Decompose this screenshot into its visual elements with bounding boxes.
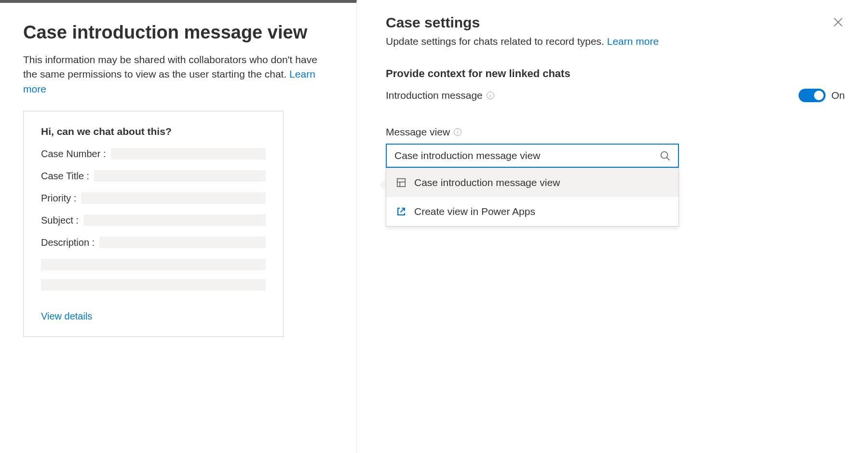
field-skeleton [111,148,266,160]
dropdown-item-create-view[interactable]: Create view in Power Apps [386,197,678,226]
dropdown-item-label: Create view in Power Apps [414,206,535,217]
toggle-state-label: On [831,90,845,101]
right-panel-subtitle: Update settings for chats related to rec… [386,36,845,47]
field-skeleton [41,279,266,291]
combobox-value: Case introduction message view [394,150,540,161]
dropdown-pointer [379,178,386,192]
right-subtitle-text: Update settings for chats related to rec… [386,36,604,47]
field-label-description: Description : [41,237,95,248]
section-heading-context: Provide context for new linked chats [386,67,845,80]
svg-point-2 [661,152,668,159]
field-row-priority: Priority : [41,192,266,204]
message-preview-card: Hi, can we chat about this? Case Number … [23,111,284,337]
svg-line-7 [401,208,405,212]
dropdown-item-case-intro-view[interactable]: Case introduction message view [386,168,678,197]
view-icon [396,177,407,188]
message-view-combobox-wrap: Case introduction message view Case [386,144,679,168]
message-view-combobox[interactable]: Case introduction message view [386,144,679,168]
field-skeleton [41,259,266,270]
field-label-priority: Priority : [41,193,76,204]
learn-more-link-right[interactable]: Learn more [607,36,659,47]
left-panel-description: This information may be shared with coll… [23,53,333,96]
intro-message-toggle[interactable] [799,89,826,102]
field-row-description: Description : [41,237,266,248]
preview-heading: Hi, can we chat about this? [41,126,266,137]
field-row-case-number: Case Number : [41,148,266,160]
field-skeleton [81,192,266,204]
field-row-subject: Subject : [41,214,266,226]
left-desc-text: This information may be shared with coll… [23,54,317,80]
field-label-case-title: Case Title : [41,171,89,182]
right-panel-title: Case settings [386,14,845,31]
svg-line-3 [667,158,670,160]
field-label-subject: Subject : [41,215,79,226]
introduction-message-row: Introduction message i On [386,89,845,102]
close-icon [833,17,843,27]
toggle-wrapper: On [799,89,845,102]
field-skeleton [83,214,266,226]
info-icon[interactable]: i [487,92,494,99]
search-icon [660,150,670,161]
open-external-icon [396,206,407,217]
view-details-link[interactable]: View details [41,311,92,322]
field-row-case-title: Case Title : [41,170,266,182]
introduction-message-label: Introduction message i [386,90,494,101]
right-panel: Case settings Update settings for chats … [357,0,868,453]
info-icon[interactable]: i [454,128,461,136]
left-panel-title: Case introduction message view [23,22,333,43]
message-view-dropdown: Case introduction message view Create vi… [386,168,679,226]
close-button[interactable] [831,15,845,29]
message-view-label: Message view i [386,126,845,138]
field-skeleton [99,237,266,248]
field-skeleton [94,170,266,182]
field-label-case-number: Case Number : [41,148,106,160]
intro-label-text: Introduction message [386,90,483,101]
toggle-thumb [814,91,824,100]
left-panel: Case introduction message view This info… [0,0,357,453]
msg-view-label-text: Message view [386,126,450,138]
dropdown-item-label: Case introduction message view [414,177,560,188]
svg-rect-4 [397,179,406,187]
